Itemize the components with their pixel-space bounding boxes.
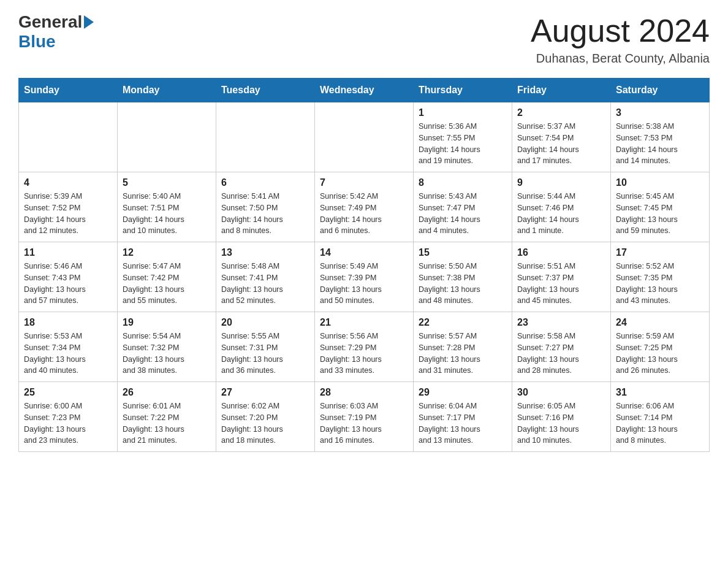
day-info: Sunrise: 5:59 AMSunset: 7:25 PMDaylight:…: [616, 331, 704, 377]
day-info: Sunrise: 5:54 AMSunset: 7:32 PMDaylight:…: [123, 331, 211, 377]
calendar-cell-w3-d6: 16Sunrise: 5:51 AMSunset: 7:37 PMDayligh…: [512, 242, 611, 312]
day-info: Sunrise: 5:52 AMSunset: 7:35 PMDaylight:…: [616, 261, 704, 307]
day-number: 28: [320, 387, 408, 398]
header-sunday: Sunday: [19, 79, 118, 102]
calendar-cell-w5-d6: 30Sunrise: 6:05 AMSunset: 7:16 PMDayligh…: [512, 382, 611, 452]
header-thursday: Thursday: [414, 79, 512, 102]
calendar-cell-w3-d7: 17Sunrise: 5:52 AMSunset: 7:35 PMDayligh…: [611, 242, 710, 312]
day-number: 5: [123, 177, 211, 188]
calendar-cell-w4-d3: 20Sunrise: 5:55 AMSunset: 7:31 PMDayligh…: [216, 312, 315, 382]
header-wednesday: Wednesday: [315, 79, 414, 102]
calendar-cell-w4-d5: 22Sunrise: 5:57 AMSunset: 7:28 PMDayligh…: [414, 312, 512, 382]
day-number: 4: [24, 177, 112, 188]
day-number: 2: [517, 107, 605, 118]
day-number: 22: [419, 317, 507, 328]
calendar-cell-w4-d4: 21Sunrise: 5:56 AMSunset: 7:29 PMDayligh…: [315, 312, 414, 382]
calendar-cell-w2-d6: 9Sunrise: 5:44 AMSunset: 7:46 PMDaylight…: [512, 172, 611, 242]
calendar-week-2: 4Sunrise: 5:39 AMSunset: 7:52 PMDaylight…: [19, 172, 710, 242]
day-number: 18: [24, 317, 112, 328]
day-number: 27: [221, 387, 309, 398]
day-info: Sunrise: 5:58 AMSunset: 7:27 PMDaylight:…: [517, 331, 605, 377]
day-number: 23: [517, 317, 605, 328]
day-info: Sunrise: 5:55 AMSunset: 7:31 PMDaylight:…: [221, 331, 309, 377]
header-monday: Monday: [118, 79, 216, 102]
day-info: Sunrise: 5:51 AMSunset: 7:37 PMDaylight:…: [517, 261, 605, 307]
calendar-cell-w5-d1: 25Sunrise: 6:00 AMSunset: 7:23 PMDayligh…: [19, 382, 118, 452]
day-info: Sunrise: 6:05 AMSunset: 7:16 PMDaylight:…: [517, 400, 605, 446]
calendar-cell-w2-d3: 6Sunrise: 5:41 AMSunset: 7:50 PMDaylight…: [216, 172, 315, 242]
day-info: Sunrise: 6:03 AMSunset: 7:19 PMDaylight:…: [320, 400, 408, 446]
calendar-week-4: 18Sunrise: 5:53 AMSunset: 7:34 PMDayligh…: [19, 312, 710, 382]
day-info: Sunrise: 5:36 AMSunset: 7:55 PMDaylight:…: [419, 121, 507, 167]
calendar-cell-w3-d2: 12Sunrise: 5:47 AMSunset: 7:42 PMDayligh…: [118, 242, 216, 312]
calendar-cell-w2-d5: 8Sunrise: 5:43 AMSunset: 7:47 PMDaylight…: [414, 172, 512, 242]
day-number: 14: [320, 247, 408, 258]
calendar-cell-w1-d4: [315, 102, 414, 172]
day-info: Sunrise: 5:43 AMSunset: 7:47 PMDaylight:…: [419, 191, 507, 237]
day-info: Sunrise: 5:46 AMSunset: 7:43 PMDaylight:…: [24, 261, 112, 307]
day-number: 9: [517, 177, 605, 188]
calendar-cell-w1-d3: [216, 102, 315, 172]
calendar-cell-w1-d7: 3Sunrise: 5:38 AMSunset: 7:53 PMDaylight…: [611, 102, 710, 172]
day-info: Sunrise: 5:47 AMSunset: 7:42 PMDaylight:…: [123, 261, 211, 307]
calendar-cell-w2-d1: 4Sunrise: 5:39 AMSunset: 7:52 PMDaylight…: [19, 172, 118, 242]
day-number: 15: [419, 247, 507, 258]
day-info: Sunrise: 6:00 AMSunset: 7:23 PMDaylight:…: [24, 400, 112, 446]
day-info: Sunrise: 5:44 AMSunset: 7:46 PMDaylight:…: [517, 191, 605, 237]
calendar-cell-w4-d1: 18Sunrise: 5:53 AMSunset: 7:34 PMDayligh…: [19, 312, 118, 382]
calendar-week-3: 11Sunrise: 5:46 AMSunset: 7:43 PMDayligh…: [19, 242, 710, 312]
day-number: 10: [616, 177, 704, 188]
day-number: 31: [616, 387, 704, 398]
day-info: Sunrise: 5:50 AMSunset: 7:38 PMDaylight:…: [419, 261, 507, 307]
day-info: Sunrise: 6:02 AMSunset: 7:20 PMDaylight:…: [221, 400, 309, 446]
logo-general-text: General: [18, 12, 82, 32]
calendar-week-1: 1Sunrise: 5:36 AMSunset: 7:55 PMDaylight…: [19, 102, 710, 172]
day-info: Sunrise: 5:49 AMSunset: 7:39 PMDaylight:…: [320, 261, 408, 307]
month-year-title: August 2024: [531, 12, 710, 49]
day-number: 8: [419, 177, 507, 188]
day-number: 20: [221, 317, 309, 328]
page-header: General Blue August 2024 Duhanas, Berat …: [18, 12, 710, 66]
day-number: 16: [517, 247, 605, 258]
day-number: 25: [24, 387, 112, 398]
day-number: 21: [320, 317, 408, 328]
day-number: 7: [320, 177, 408, 188]
calendar-cell-w1-d1: [19, 102, 118, 172]
day-info: Sunrise: 5:41 AMSunset: 7:50 PMDaylight:…: [221, 191, 309, 237]
weekday-header-row: Sunday Monday Tuesday Wednesday Thursday…: [19, 79, 710, 102]
calendar-cell-w3-d3: 13Sunrise: 5:48 AMSunset: 7:41 PMDayligh…: [216, 242, 315, 312]
logo-blue-text: Blue: [18, 32, 56, 51]
calendar-cell-w5-d3: 27Sunrise: 6:02 AMSunset: 7:20 PMDayligh…: [216, 382, 315, 452]
logo-arrow-icon: [84, 15, 94, 29]
day-number: 29: [419, 387, 507, 398]
day-number: 6: [221, 177, 309, 188]
day-number: 30: [517, 387, 605, 398]
logo: General Blue: [18, 12, 96, 52]
calendar-cell-w5-d7: 31Sunrise: 6:06 AMSunset: 7:14 PMDayligh…: [611, 382, 710, 452]
calendar-cell-w4-d2: 19Sunrise: 5:54 AMSunset: 7:32 PMDayligh…: [118, 312, 216, 382]
calendar-cell-w2-d4: 7Sunrise: 5:42 AMSunset: 7:49 PMDaylight…: [315, 172, 414, 242]
day-number: 12: [123, 247, 211, 258]
calendar-cell-w4-d7: 24Sunrise: 5:59 AMSunset: 7:25 PMDayligh…: [611, 312, 710, 382]
calendar-cell-w2-d2: 5Sunrise: 5:40 AMSunset: 7:51 PMDaylight…: [118, 172, 216, 242]
day-number: 1: [419, 107, 507, 118]
location-subtitle: Duhanas, Berat County, Albania: [531, 52, 710, 66]
day-info: Sunrise: 5:40 AMSunset: 7:51 PMDaylight:…: [123, 191, 211, 237]
day-number: 24: [616, 317, 704, 328]
calendar-cell-w5-d5: 29Sunrise: 6:04 AMSunset: 7:17 PMDayligh…: [414, 382, 512, 452]
day-info: Sunrise: 5:48 AMSunset: 7:41 PMDaylight:…: [221, 261, 309, 307]
calendar-cell-w1-d2: [118, 102, 216, 172]
day-info: Sunrise: 5:57 AMSunset: 7:28 PMDaylight:…: [419, 331, 507, 377]
day-info: Sunrise: 6:01 AMSunset: 7:22 PMDaylight:…: [123, 400, 211, 446]
calendar-cell-w3-d1: 11Sunrise: 5:46 AMSunset: 7:43 PMDayligh…: [19, 242, 118, 312]
header-saturday: Saturday: [611, 79, 710, 102]
header-friday: Friday: [512, 79, 611, 102]
day-info: Sunrise: 5:37 AMSunset: 7:54 PMDaylight:…: [517, 121, 605, 167]
calendar-cell-w1-d6: 2Sunrise: 5:37 AMSunset: 7:54 PMDaylight…: [512, 102, 611, 172]
title-section: August 2024 Duhanas, Berat County, Alban…: [531, 12, 710, 66]
calendar-week-5: 25Sunrise: 6:00 AMSunset: 7:23 PMDayligh…: [19, 382, 710, 452]
day-info: Sunrise: 5:39 AMSunset: 7:52 PMDaylight:…: [24, 191, 112, 237]
day-info: Sunrise: 5:56 AMSunset: 7:29 PMDaylight:…: [320, 331, 408, 377]
day-number: 3: [616, 107, 704, 118]
day-info: Sunrise: 6:06 AMSunset: 7:14 PMDaylight:…: [616, 400, 704, 446]
